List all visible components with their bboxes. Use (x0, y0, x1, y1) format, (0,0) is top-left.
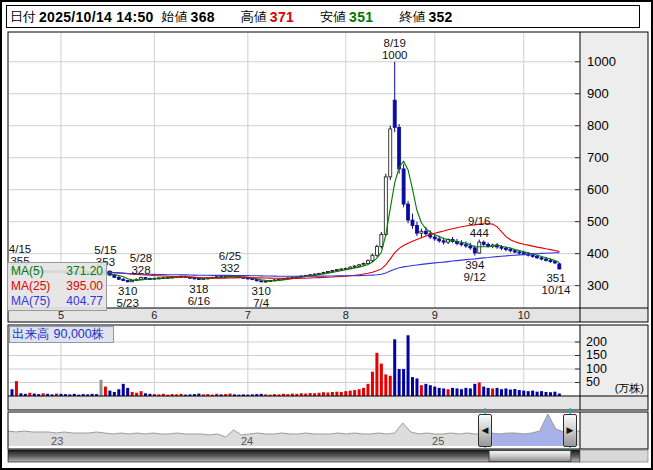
date-value: 2025/10/14 14:50 (39, 9, 154, 25)
svg-text:310: 310 (252, 285, 271, 297)
svg-text:600: 600 (587, 182, 609, 197)
high-label: 高値 (241, 8, 267, 26)
ma5-label: MA(5) (11, 264, 44, 279)
volume-title: 出来高 (12, 327, 50, 341)
open-value: 368 (191, 9, 215, 25)
svg-text:500: 500 (587, 214, 609, 229)
svg-text:328: 328 (131, 264, 150, 276)
navigator-right-handle[interactable]: ▶ (563, 414, 577, 447)
svg-text:6: 6 (151, 309, 157, 321)
date-label: 日付 (10, 8, 36, 26)
left-arrow-icon: ◀ (482, 426, 489, 435)
svg-text:150: 150 (586, 348, 607, 362)
svg-text:8: 8 (343, 309, 349, 321)
ma5-value: 371.20 (66, 264, 103, 279)
volume-value: 90,000株 (54, 327, 105, 341)
svg-text:10: 10 (518, 309, 530, 321)
svg-text:444: 444 (470, 227, 490, 239)
svg-text:9/12: 9/12 (464, 271, 486, 283)
svg-text:310: 310 (118, 285, 137, 297)
close-label: 終値 (399, 8, 425, 26)
low-value: 351 (349, 9, 373, 25)
svg-text:318: 318 (189, 283, 208, 295)
scrollbar-thumb[interactable] (489, 451, 571, 462)
svg-text:1000: 1000 (382, 49, 408, 61)
svg-text:7: 7 (245, 309, 251, 321)
ma25-label: MA(25) (11, 279, 50, 294)
svg-text:8/19: 8/19 (384, 37, 406, 49)
ma75-value: 404.77 (66, 294, 103, 309)
svg-text:50: 50 (586, 375, 600, 389)
svg-text:24: 24 (241, 435, 253, 447)
ma75-label: MA(75) (11, 294, 50, 309)
svg-text:5/28: 5/28 (130, 252, 152, 264)
svg-text:1000: 1000 (587, 54, 616, 69)
ma5-legend-row: MA(5) 371.20 (11, 264, 103, 279)
ma-legend: MA(5) 371.20 MA(25) 395.00 MA(75) 404.77 (7, 262, 107, 311)
svg-text:900: 900 (587, 86, 609, 101)
volume-readout: 出来高90,000株 (9, 326, 114, 343)
open-label: 始値 (162, 8, 188, 26)
ma75-legend-row: MA(75) 404.77 (11, 294, 103, 309)
chart-canvas[interactable]: 4/153555/153533105/235/283283186/166/253… (0, 0, 653, 470)
svg-text:9: 9 (432, 309, 438, 321)
volume-unit-label: (万株) (615, 382, 644, 394)
svg-text:6/16: 6/16 (188, 295, 210, 307)
right-arrow-icon: ▶ (567, 426, 574, 435)
low-label: 安値 (320, 8, 346, 26)
svg-text:4/15: 4/15 (9, 243, 31, 255)
ma25-value: 395.00 (66, 279, 103, 294)
svg-text:23: 23 (51, 435, 63, 447)
stock-chart-app: 4/153555/153533105/235/283283186/166/253… (0, 0, 653, 470)
svg-text:10/14: 10/14 (542, 284, 571, 296)
svg-text:6/25: 6/25 (219, 250, 241, 262)
high-value: 371 (270, 9, 294, 25)
svg-text:200: 200 (586, 335, 607, 349)
navigator-left-handle[interactable]: ◀ (478, 414, 492, 447)
svg-text:332: 332 (220, 262, 239, 274)
svg-text:300: 300 (587, 278, 609, 293)
svg-text:394: 394 (465, 259, 485, 271)
svg-text:700: 700 (587, 150, 609, 165)
svg-text:9/16: 9/16 (468, 215, 490, 227)
quote-header: 日付 2025/10/14 14:50 始値 368 高値 371 安値 351… (6, 5, 640, 28)
svg-text:400: 400 (587, 246, 609, 261)
svg-text:800: 800 (587, 118, 609, 133)
price-scale-area (580, 32, 648, 308)
svg-text:100: 100 (586, 362, 607, 376)
close-value: 352 (428, 9, 452, 25)
volume-month-band (8, 396, 648, 410)
ma25-legend-row: MA(25) 395.00 (11, 279, 103, 294)
svg-text:25: 25 (432, 435, 444, 447)
svg-text:5/15: 5/15 (94, 244, 116, 256)
svg-text:351: 351 (546, 272, 565, 284)
